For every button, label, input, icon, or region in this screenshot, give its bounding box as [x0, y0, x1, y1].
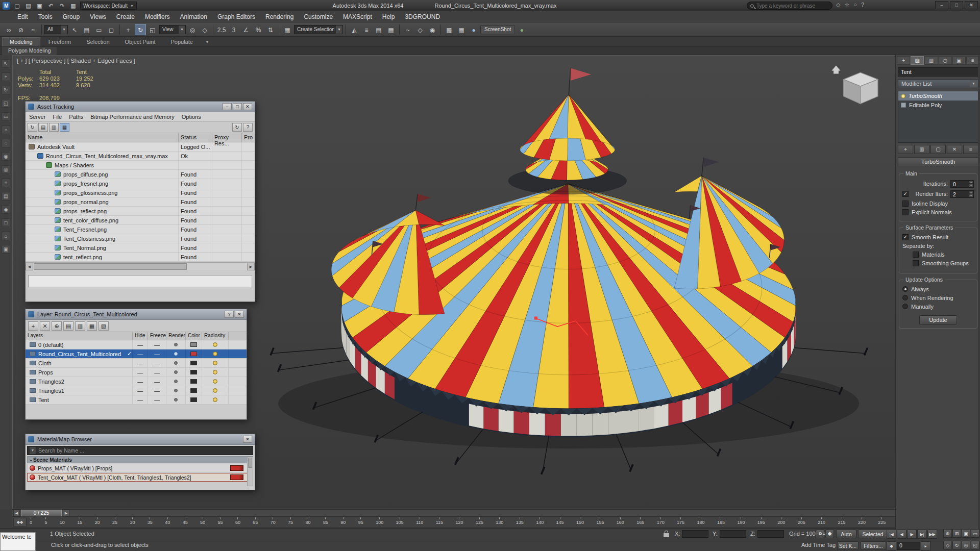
asset-help-icon[interactable]: ?: [243, 123, 253, 132]
select-and-scale-icon[interactable]: ◱: [147, 24, 158, 35]
freeze-cell[interactable]: —: [148, 386, 166, 395]
asset-row[interactable]: Tent_Fresnel.pngFound: [26, 225, 255, 234]
remove-modifier-button[interactable]: ✕: [947, 145, 962, 154]
modifier-list-dropdown[interactable]: Modifier List▼: [898, 79, 978, 88]
vertical-scrollbar[interactable]: [247, 457, 253, 486]
pan-button[interactable]: ◇: [943, 541, 952, 549]
asset-column-header[interactable]: Status: [179, 133, 212, 142]
menu-views[interactable]: Views: [85, 13, 111, 20]
render-cell[interactable]: [166, 386, 186, 395]
layer-column-header[interactable]: Color: [186, 332, 202, 340]
color-cell[interactable]: [186, 359, 202, 367]
edit-named-selections-icon[interactable]: ▦: [282, 24, 293, 35]
horizontal-scrollbar[interactable]: ◀ ▶: [26, 262, 255, 270]
ribbon-tab-freeform[interactable]: Freeform: [41, 38, 79, 46]
zoom-all-button[interactable]: ⊞: [952, 529, 961, 538]
rendered-frame-icon[interactable]: ▦: [456, 24, 467, 35]
panel-scrollbar[interactable]: [978, 55, 980, 529]
mirror-icon[interactable]: ◭: [349, 24, 360, 35]
scrollbar-thumb[interactable]: [34, 263, 187, 270]
layer-titlebar[interactable]: Layer: Round_Circus_Tent_Multicolored ? …: [26, 309, 247, 320]
dialog-close-button[interactable]: ✕: [243, 103, 252, 110]
set-key-button[interactable]: Set K...: [837, 541, 859, 550]
asset-row[interactable]: Tent_Glossiness.pngFound: [26, 234, 255, 243]
viewcube[interactable]: [831, 66, 878, 104]
ribbon-tab-populate[interactable]: Populate: [163, 38, 200, 46]
show-end-result-button[interactable]: ▥: [914, 145, 929, 154]
ribbon-tab-modeling[interactable]: Modeling: [2, 37, 40, 46]
snap-toggle-25-icon[interactable]: 2.5: [216, 24, 227, 35]
z-coordinate-field[interactable]: [757, 530, 784, 538]
radiosity-cell[interactable]: [202, 368, 229, 377]
unlink-selection-icon[interactable]: ⊘: [15, 24, 27, 35]
menu-help[interactable]: Help: [377, 13, 400, 20]
update-option-always[interactable]: Always: [899, 285, 977, 293]
modify-tab[interactable]: ▨: [911, 56, 924, 65]
freeze-cell[interactable]: —: [148, 349, 166, 358]
isoline-checkbox[interactable]: [902, 201, 909, 207]
layer-column-header[interactable]: Radiosity: [202, 332, 229, 340]
layer-toolbar-button-3[interactable]: ▤: [63, 321, 74, 331]
layer-color-swatch[interactable]: [190, 370, 197, 374]
project-folder-icon[interactable]: ▦: [69, 3, 78, 9]
asset-refresh-icon[interactable]: ↻: [28, 123, 37, 132]
select-and-rotate-icon[interactable]: ↻: [135, 24, 146, 35]
lasso-icon[interactable]: ◌: [2, 139, 10, 147]
layer-color-swatch[interactable]: [190, 342, 197, 347]
layer-row[interactable]: 0 (default)——: [26, 340, 247, 349]
color-cell[interactable]: [186, 386, 202, 395]
layer-column-header[interactable]: Freeze: [148, 332, 166, 340]
help-icon[interactable]: ?: [861, 2, 864, 8]
layer-toolbar-button-2[interactable]: ⊕: [52, 321, 62, 331]
scrollbar-thumb[interactable]: [248, 458, 252, 468]
modifier-enabled-icon[interactable]: [901, 94, 905, 98]
asset-column-header[interactable]: Name: [26, 133, 179, 142]
layer-row[interactable]: Triangles1——: [26, 386, 247, 395]
selection-lock-icon[interactable]: [664, 533, 669, 537]
asset-row[interactable]: props_normal.pngFound: [26, 197, 255, 207]
key-filters-icon-button[interactable]: ◆: [825, 530, 834, 538]
scroll-left-icon[interactable]: ◀: [26, 263, 33, 270]
search-box[interactable]: [747, 2, 832, 10]
fov-button[interactable]: ◎: [962, 541, 970, 549]
align-icon[interactable]: ≡: [361, 24, 372, 35]
circus-tent-model[interactable]: [331, 68, 796, 438]
mini-curve-editor-button[interactable]: ◆◆: [13, 518, 27, 527]
render-cell[interactable]: [166, 340, 186, 349]
menu-3dground[interactable]: 3DGROUND: [400, 13, 445, 20]
zoom-tool-icon[interactable]: ◎: [2, 165, 10, 174]
render-iterative-icon[interactable]: ●: [516, 24, 527, 35]
material-search-field[interactable]: ▼ Search by Name ...: [27, 446, 253, 455]
menu-animation[interactable]: Animation: [175, 13, 212, 20]
time-slider[interactable]: ◀ 0 / 225 ▶: [12, 509, 895, 517]
asset-row[interactable]: tent_color_diffuse.pngFound: [26, 216, 255, 225]
grid-icon[interactable]: ▣: [2, 245, 10, 254]
layer-row[interactable]: Tent——: [26, 395, 247, 405]
layers-icon[interactable]: ▤: [2, 192, 10, 201]
radiosity-cell[interactable]: [202, 340, 229, 349]
menu-rendering[interactable]: Rendering: [260, 13, 299, 20]
asset-resolve-icon[interactable]: ↻: [232, 123, 242, 132]
dialog-close-button[interactable]: ✕: [235, 311, 244, 318]
layer-row[interactable]: Props——: [26, 368, 247, 377]
render-cell[interactable]: [166, 368, 186, 377]
window-crossing-icon[interactable]: ◻: [106, 24, 117, 35]
freeze-cell[interactable]: —: [148, 368, 166, 377]
radiosity-cell[interactable]: [202, 386, 229, 395]
menu-create[interactable]: Create: [111, 13, 140, 20]
smoothing-groups-checkbox[interactable]: [913, 260, 919, 266]
reference-coordinate-dropdown[interactable]: View▼: [159, 25, 186, 34]
layer-color-swatch[interactable]: [190, 352, 197, 356]
list-icon[interactable]: ≡: [2, 179, 10, 187]
update-option-when-rendering[interactable]: When Rendering: [899, 293, 977, 302]
redo-icon[interactable]: ↷: [58, 3, 66, 9]
asset-row[interactable]: tent_reflect.pngFound: [26, 253, 255, 262]
freeze-cell[interactable]: —: [148, 395, 166, 404]
layer-toolbar-button-1[interactable]: ✕: [40, 321, 50, 331]
hide-cell[interactable]: —: [133, 368, 148, 377]
select-and-link-icon[interactable]: ∞: [3, 24, 14, 35]
undo-icon[interactable]: ↶: [46, 3, 55, 9]
curve-editor-icon[interactable]: ~: [402, 24, 413, 35]
smooth-result-checkbox[interactable]: ✓: [902, 234, 909, 240]
asset-column-header[interactable]: Pro: [242, 133, 255, 142]
